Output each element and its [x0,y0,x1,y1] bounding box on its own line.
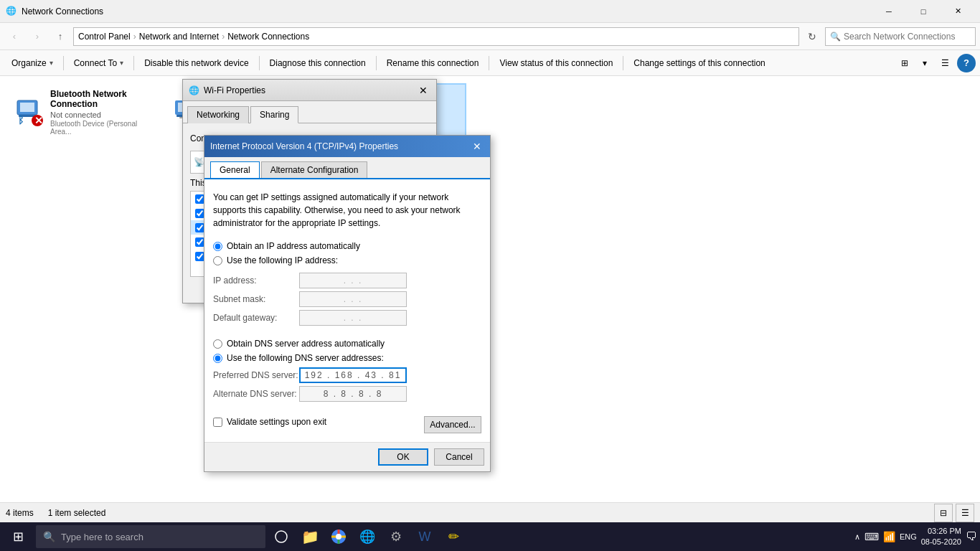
alternate-dns-input[interactable]: 8 . 8 . 8 . 8 [299,386,407,402]
view-status-button[interactable]: View status of this connection [492,52,620,74]
adapter-icon: 📡 [194,157,204,167]
minimize-button[interactable]: ─ [872,0,905,23]
auto-ip-radio[interactable] [213,242,222,251]
change-settings-button[interactable]: Change settings of this connection [626,52,772,74]
toolbar-separator-3 [259,56,260,70]
taskbar-chrome[interactable] [326,522,352,551]
taskbar-app2[interactable]: ✏ [440,522,466,551]
ipv4-close-button[interactable]: ✕ [470,139,484,154]
disable-label: Disable this network device [144,58,248,68]
ipv4-dialog[interactable]: Internet Protocol Version 4 (TCP/IPv4) P… [204,135,491,472]
preferred-dns-label: Preferred DNS server: [213,370,299,380]
ok-button[interactable]: OK [378,448,428,466]
taskbar-settings[interactable]: ⚙ [383,522,409,551]
status-view-btn[interactable]: ⊟ [934,504,953,522]
cancel-button[interactable]: Cancel [434,448,484,466]
taskbar-search-icon: 🔍 [43,531,55,542]
connect-to-arrow-icon: ▾ [120,59,123,67]
validate-checkbox[interactable] [213,418,222,427]
bluetooth-icon: ✕ ᛒ [14,98,43,126]
help-button[interactable]: ? [957,54,976,72]
clock-time: 03:26 PM [921,526,961,537]
preferred-dns-input[interactable]: 192 . 168 . 43 . 81 [299,367,407,383]
system-tray: ∧ ⌨ 📶 ENG 03:26 PM 08-05-2020 🗨 [854,526,977,548]
taskbar-app1[interactable]: 🌐 [354,522,380,551]
taskbar-file-explorer[interactable]: 📁 [297,522,323,551]
rename-button[interactable]: Rename this connection [380,52,486,74]
clock-date: 08-05-2020 [921,537,961,547]
toolbar-separator-4 [376,56,377,70]
manual-ip-label: Use the following IP address: [227,255,338,265]
auto-dns-row: Obtain DNS server address automatically [213,339,481,349]
breadcrumb[interactable]: Control Panel › Network and Internet › N… [73,27,799,46]
breadcrumb-network-internet: Network and Internet [139,32,219,42]
ipv4-tabs: General Alternate Configuration [204,157,490,179]
network-item-bluetooth[interactable]: ✕ ᛒ Bluetooth Network Connection Not con… [7,83,151,141]
disable-button[interactable]: Disable this network device [137,52,255,74]
organize-label: Organize [11,58,47,68]
ipv4-content: You can get IP settings assigned automat… [204,179,490,442]
search-box[interactable]: 🔍 [825,27,976,46]
tray-network[interactable]: 📶 [883,531,895,542]
tray-time-date[interactable]: 03:26 PM 08-05-2020 [921,526,961,548]
taskbar-search-area[interactable]: 🔍 Type here to search [36,525,265,548]
preferred-dns-row: Preferred DNS server: 192 . 168 . 43 . 8… [213,367,481,383]
wifi-tab-networking[interactable]: Networking [187,106,249,123]
connect-to-button[interactable]: Connect To ▾ [67,52,131,74]
status-view-btn2[interactable]: ☰ [956,504,974,522]
address-bar: ‹ › ↑ Control Panel › Network and Intern… [0,23,980,50]
manual-dns-label: Use the following DNS server addresses: [227,353,384,363]
manual-ip-radio[interactable] [213,256,222,265]
organize-button[interactable]: Organize ▾ [4,52,60,74]
tray-keyboard[interactable]: ⌨ [864,531,879,542]
default-gateway-row: Default gateway: . . . [213,310,481,326]
close-button[interactable]: ✕ [941,0,974,23]
manual-dns-radio[interactable] [213,354,222,363]
ip-radio-group: Obtain an IP address automatically Use t… [213,241,481,265]
ip-fields: IP address: . . . Subnet mask: . . . Def… [213,273,481,333]
up-button[interactable]: ↑ [50,27,70,47]
tray-chevron[interactable]: ∧ [854,532,860,542]
diagnose-button[interactable]: Diagnose this connection [263,52,373,74]
view-large-icon[interactable]: ⊞ [895,54,914,72]
default-gateway-input[interactable]: . . . [299,310,407,326]
wifi-props-close[interactable]: ✕ [416,83,430,98]
title-bar: 🌐 Network Connections ─ □ ✕ [0,0,980,23]
ip-address-label: IP address: [213,276,299,286]
toolbar-separator-1 [63,56,64,70]
ipv4-tab-general[interactable]: General [210,161,260,178]
forward-button[interactable]: › [27,27,47,47]
items-count: 4 items [6,508,34,518]
auto-dns-radio[interactable] [213,339,222,349]
ip-address-row: IP address: . . . [213,273,481,288]
wifi-tab-sharing[interactable]: Sharing [250,106,298,123]
back-button[interactable]: ‹ [4,27,24,47]
refresh-button[interactable]: ↻ [802,27,822,47]
dns-section: Obtain DNS server address automatically … [213,339,481,402]
bluetooth-info: Bluetooth Network Connection Not connect… [50,89,143,136]
ip-address-input[interactable]: . . . [299,273,407,288]
view-dropdown[interactable]: ▾ [915,54,934,72]
toolbar: Organize ▾ Connect To ▾ Disable this net… [0,50,980,76]
default-gateway-value: . . . [344,313,363,323]
subnet-mask-input[interactable]: . . . [299,291,407,307]
view-details[interactable]: ☰ [936,54,954,72]
subnet-mask-value: . . . [344,294,363,304]
tray-notification[interactable]: 🗨 [966,530,977,543]
validate-label: Validate settings upon exit [227,417,326,427]
breadcrumb-control-panel: Control Panel [78,32,131,42]
advanced-button[interactable]: Advanced... [424,416,481,433]
taskbar-task-view[interactable] [268,522,294,551]
maximize-button[interactable]: □ [907,0,940,23]
search-input[interactable] [844,32,971,42]
tray-lang[interactable]: ENG [900,532,917,541]
diagnose-label: Diagnose this connection [270,58,366,68]
taskbar-word[interactable]: W [412,522,438,551]
selected-count: 1 item selected [48,508,106,518]
bluetooth-name: Bluetooth Network Connection [50,89,143,109]
svg-text:✕: ✕ [34,115,43,126]
ipv4-tab-alternate[interactable]: Alternate Configuration [261,161,368,178]
alternate-dns-row: Alternate DNS server: 8 . 8 . 8 . 8 [213,386,481,402]
start-button[interactable]: ⊞ [3,522,33,551]
default-gateway-label: Default gateway: [213,313,299,323]
